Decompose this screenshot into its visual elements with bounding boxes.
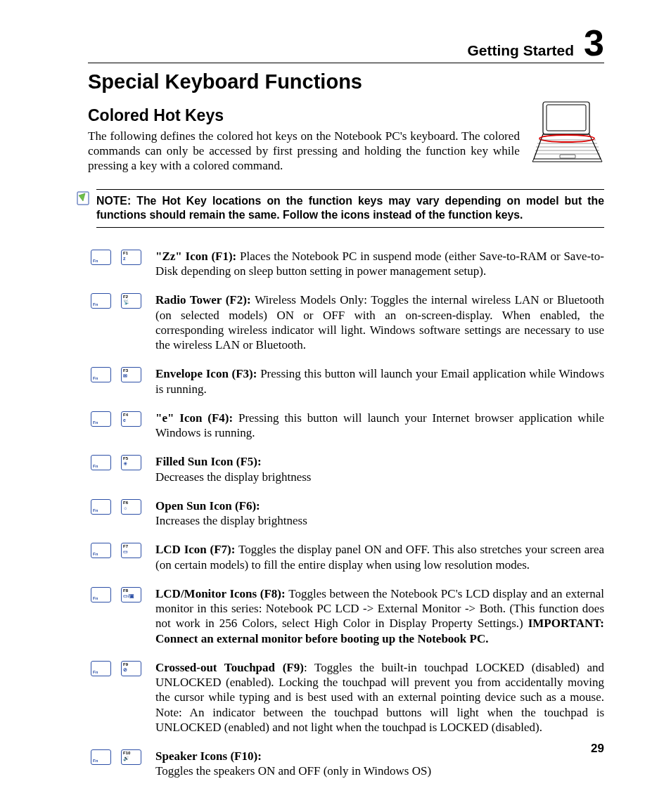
section-title: Getting Started: [467, 42, 574, 59]
fn-key-icon: Fn: [91, 587, 111, 602]
fn-key-icon: Fn: [91, 749, 111, 765]
fn-key-icon: Fn: [91, 499, 111, 515]
key-icons: FnF2📡: [91, 292, 155, 309]
section-subheading: Colored Hot Keys: [88, 106, 604, 125]
fn-key-icon: Fn: [91, 367, 111, 382]
hotkey-description: LCD/Monitor Icons (F8): Toggles between …: [155, 586, 604, 646]
function-key-icon: F10🔊: [121, 749, 141, 765]
chapter-number: 3: [584, 27, 604, 60]
key-icons: FnF8▭/▣: [91, 586, 155, 602]
intro-paragraph: The following defines the colored hot ke…: [88, 129, 604, 174]
function-key-icon: F7▭: [121, 543, 141, 558]
key-icons: FnF7▭: [91, 542, 155, 558]
hotkey-description: Filled Sun Icon (F5):Decreases the displ…: [155, 454, 604, 484]
fn-key-icon: Fn: [91, 661, 111, 676]
laptop-icon: [530, 100, 604, 167]
key-icons: FnF1z: [91, 249, 155, 265]
hotkey-description: LCD Icon (F7): Toggles the display panel…: [155, 542, 604, 572]
hotkey-row: FnF5☀Filled Sun Icon (F5):Decreases the …: [91, 454, 604, 484]
svg-rect-3: [560, 155, 575, 158]
fn-key-icon: Fn: [91, 411, 111, 427]
note-text: NOTE: The Hot Key locations on the funct…: [96, 194, 604, 223]
key-icons: FnF4e: [91, 411, 155, 427]
svg-rect-0: [543, 102, 589, 134]
hotkey-row: FnF1z"Zz" Icon (F1): Places the Notebook…: [91, 249, 604, 279]
function-key-icon: F1z: [121, 250, 141, 265]
hotkey-row: FnF9⊘Crossed-out Touchpad (F9): Toggles …: [91, 660, 604, 735]
page-heading: Special Keyboard Functions: [88, 70, 604, 94]
key-icons: FnF6☼: [91, 498, 155, 515]
note-icon: [77, 191, 89, 205]
hotkey-description: Open Sun Icon (F6):Increases the display…: [155, 498, 604, 529]
function-key-icon: F2📡: [121, 293, 141, 309]
function-key-icon: F4e: [121, 411, 141, 427]
hotkey-description: Speaker Icons (F10):Toggles the speakers…: [155, 749, 604, 779]
hotkey-row: FnF2📡Radio Tower (F2): Wireless Models O…: [91, 292, 604, 352]
fn-key-icon: Fn: [91, 543, 111, 558]
function-key-icon: F9⊘: [121, 661, 141, 676]
hotkey-row: FnF8▭/▣LCD/Monitor Icons (F8): Toggles b…: [91, 586, 604, 646]
hotkey-description: Envelope Icon (F3): Pressing this button…: [155, 366, 604, 397]
manual-page: Getting Started 3 Special Keyboard Funct…: [0, 0, 671, 812]
key-icons: FnF9⊘: [91, 660, 155, 676]
hotkey-description: "Zz" Icon (F1): Places the Notebook PC i…: [155, 249, 604, 279]
hotkey-row: FnF7▭LCD Icon (F7): Toggles the display …: [91, 542, 604, 572]
function-key-icon: F8▭/▣: [121, 587, 141, 602]
key-icons: FnF10🔊: [91, 749, 155, 765]
hotkey-row: FnF6☼Open Sun Icon (F6):Increases the di…: [91, 498, 604, 529]
key-icons: FnF5☀: [91, 454, 155, 470]
page-number: 29: [591, 742, 604, 756]
hotkey-description: "e" Icon (F4): Pressing this button will…: [155, 411, 604, 441]
key-icons: FnF3✉: [91, 366, 155, 382]
function-key-icon: F3✉: [121, 367, 141, 382]
hotkey-description: Crossed-out Touchpad (F9): Toggles the b…: [155, 660, 604, 735]
fn-key-icon: Fn: [91, 250, 111, 265]
fn-key-icon: Fn: [91, 293, 111, 309]
hotkey-list: FnF1z"Zz" Icon (F1): Places the Notebook…: [91, 249, 604, 779]
hotkey-row: FnF3✉Envelope Icon (F3): Pressing this b…: [91, 366, 604, 397]
svg-point-2: [539, 135, 594, 142]
page-header: Getting Started 3: [88, 27, 604, 63]
hotkey-row: FnF10🔊Speaker Icons (F10):Toggles the sp…: [91, 749, 604, 779]
svg-rect-1: [547, 105, 586, 131]
function-key-icon: F6☼: [121, 499, 141, 515]
fn-key-icon: Fn: [91, 455, 111, 470]
function-key-icon: F5☀: [121, 455, 141, 470]
hotkey-row: FnF4e"e" Icon (F4): Pressing this button…: [91, 411, 604, 441]
note-box: NOTE: The Hot Key locations on the funct…: [96, 189, 604, 228]
hotkey-description: Radio Tower (F2): Wireless Models Only: …: [155, 292, 604, 352]
